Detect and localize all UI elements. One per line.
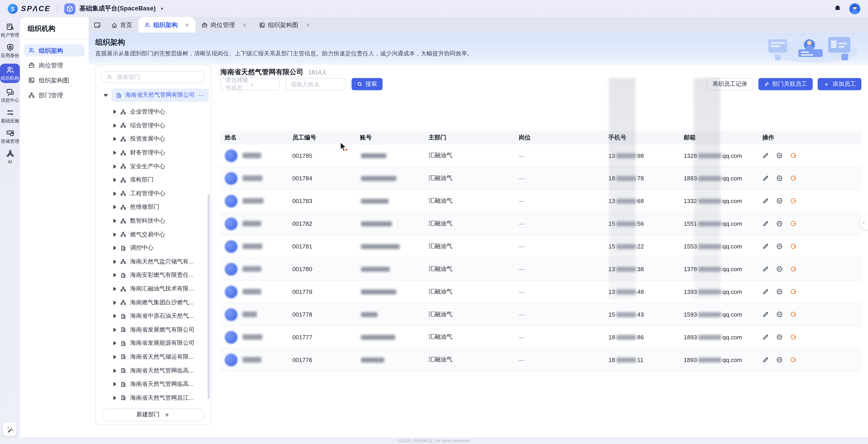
rail-item-message[interactable]: 消息中心 [1, 88, 19, 103]
sidebar-item-people[interactable]: 组织架构 [24, 44, 85, 57]
caret-right-icon[interactable] [114, 287, 116, 291]
caret-right-icon[interactable] [114, 191, 116, 196]
caret-right-icon[interactable] [114, 395, 116, 400]
sidebar-item-image[interactable]: 组织架构图 [24, 74, 85, 87]
resign-icon[interactable] [790, 356, 797, 363]
sidebar-item-briefcase[interactable]: 岗位管理 [24, 59, 85, 71]
caret-right-icon[interactable] [114, 382, 116, 386]
caret-right-icon[interactable] [114, 164, 116, 168]
caret-right-icon[interactable] [114, 327, 116, 332]
edit-icon[interactable] [763, 243, 769, 250]
notification-bell-icon[interactable] [834, 4, 841, 13]
table-row[interactable]: 001784汇融油气—18781883qq.com [220, 167, 861, 190]
rail-item-storage[interactable]: 存储管理 [1, 129, 19, 145]
tab-home[interactable]: 首页 [105, 17, 138, 33]
caret-right-icon[interactable] [114, 314, 116, 318]
tree-node[interactable]: 海南省发展燃气有限公司 [98, 323, 209, 337]
edit-icon[interactable] [763, 152, 769, 159]
tree-node[interactable]: 工程管理中心 [98, 187, 209, 200]
department-search[interactable] [101, 71, 205, 83]
caret-right-icon[interactable] [114, 355, 116, 359]
tree-node[interactable]: 海南省天然气管网昌江... [98, 391, 209, 405]
tree-node[interactable]: 海南天然气盐穴储气有... [98, 255, 209, 268]
resign-icon[interactable] [790, 152, 797, 159]
resign-icon[interactable] [790, 266, 797, 272]
new-department-button[interactable]: 新建部门＋ [102, 408, 205, 421]
tree-node[interactable]: 投资发展中心 [98, 132, 209, 146]
table-row[interactable]: 001781汇融油气—15221553qq.com [220, 235, 861, 258]
user-avatar[interactable] [849, 3, 860, 14]
table-row[interactable]: 001783汇融油气—13681332qq.com [220, 190, 861, 213]
more-icon[interactable]: ⋯ [198, 92, 205, 99]
tree-node[interactable]: 海南安彩燃气有限责任... [98, 268, 209, 282]
table-row[interactable]: 001779汇融油气—13481393qq.com [220, 281, 861, 304]
edit-icon[interactable] [763, 356, 769, 363]
resign-icon[interactable] [790, 243, 797, 250]
caret-down-icon[interactable] [103, 94, 108, 97]
rail-item-tenant[interactable]: 租户管理 [1, 23, 19, 38]
tree-node[interactable]: 燃气交易中心 [98, 228, 209, 241]
resign-icon[interactable] [790, 311, 797, 318]
name-filter-input[interactable] [285, 78, 345, 90]
column-header[interactable]: 主部门 [424, 134, 514, 142]
sidebar-item-org[interactable]: 部门管理 [24, 89, 85, 101]
account-status-select[interactable]: 请选择账号状态 ∨ [220, 78, 280, 90]
column-header[interactable]: 邮箱 [679, 134, 758, 142]
column-header[interactable]: 姓名 [220, 134, 288, 142]
edit-icon[interactable] [763, 266, 769, 272]
resign-icon[interactable] [790, 334, 797, 341]
tree-node[interactable]: 海南省天然气储运有限... [98, 350, 209, 364]
pause-account-icon[interactable] [776, 243, 783, 250]
edit-icon[interactable] [763, 311, 769, 318]
tree-node[interactable]: 调控中心 [98, 241, 209, 255]
caret-right-icon[interactable] [114, 205, 116, 210]
tree-node[interactable]: 财务管理中心 [98, 146, 209, 160]
caret-right-icon[interactable] [114, 246, 116, 250]
pause-account-icon[interactable] [776, 356, 783, 363]
resigned-records-button[interactable]: 离职员工记录 [707, 78, 753, 90]
edit-icon[interactable] [763, 220, 769, 227]
pause-account-icon[interactable] [776, 220, 783, 227]
tree-node[interactable]: 海南省中原石油天然气... [98, 309, 209, 323]
resign-icon[interactable] [790, 220, 797, 227]
edit-icon[interactable] [763, 175, 769, 182]
caret-right-icon[interactable] [114, 151, 116, 155]
magic-pen-button[interactable] [3, 422, 17, 436]
close-icon[interactable]: ✕ [242, 22, 247, 28]
tab-briefcase[interactable]: 岗位管理✕ [195, 17, 253, 33]
caret-right-icon[interactable] [114, 232, 116, 236]
caret-right-icon[interactable] [114, 300, 116, 305]
table-row[interactable]: 001778汇融油气—15431593qq.com [220, 303, 861, 326]
column-header[interactable]: 手机号 [604, 134, 679, 142]
resign-icon[interactable] [790, 288, 797, 295]
chevron-down-icon[interactable]: ▾ [161, 6, 163, 11]
close-icon[interactable]: ✕ [185, 22, 189, 28]
tree-node-root[interactable]: 海南省天然气管网有限公司⋯ [111, 89, 209, 102]
table-row[interactable]: 001785汇融油气—13981328qq.com [220, 145, 861, 167]
link-department-employee-button[interactable]: 部门关联员工 [758, 78, 813, 90]
pause-account-icon[interactable] [776, 311, 783, 318]
table-row[interactable]: 001780汇融油气—13381378qq.com [220, 258, 861, 281]
pause-account-icon[interactable] [776, 334, 783, 341]
tree-node[interactable]: 安全生产中心 [98, 160, 209, 173]
pause-account-icon[interactable] [776, 152, 783, 159]
close-icon[interactable]: ✕ [306, 22, 310, 28]
tree-node[interactable]: 海南省天然气管网临高... [98, 364, 209, 377]
resign-icon[interactable] [790, 175, 797, 182]
department-search-input[interactable] [116, 73, 200, 81]
column-header[interactable]: 员工编号 [288, 134, 355, 142]
resign-icon[interactable] [790, 198, 797, 204]
pause-account-icon[interactable] [776, 175, 783, 182]
tree-node[interactable]: 抢维修部门 [98, 200, 209, 214]
tree-node[interactable]: 数智科技中心 [98, 214, 209, 228]
edit-icon[interactable] [763, 334, 769, 341]
caret-right-icon[interactable] [114, 178, 116, 182]
rail-item-infra[interactable]: 基础设施 [1, 108, 19, 124]
caret-right-icon[interactable] [114, 273, 116, 277]
caret-right-icon[interactable] [114, 110, 116, 114]
rail-item-ai[interactable]: AI [6, 150, 14, 164]
pause-account-icon[interactable] [776, 288, 783, 295]
caret-right-icon[interactable] [114, 219, 116, 223]
edit-icon[interactable] [763, 288, 769, 295]
app-switcher[interactable]: 基础集成平台(SpaceBase) ▾ [64, 3, 163, 14]
